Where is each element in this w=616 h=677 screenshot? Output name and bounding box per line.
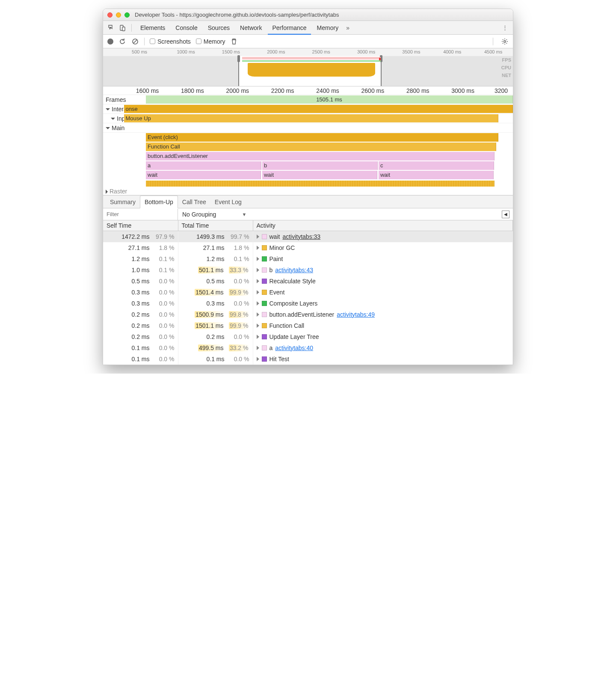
table-row[interactable]: 0.2 ms0.0 % 1500.9 ms99.8 % button.addEv… xyxy=(103,309,513,320)
interactions-row[interactable]: Interactions onse xyxy=(103,104,513,114)
raster-row[interactable]: Raster xyxy=(103,187,513,195)
tick: 500 ms xyxy=(132,49,147,54)
col-self-time[interactable]: Self Time xyxy=(103,220,178,231)
tab-network[interactable]: Network xyxy=(236,21,266,35)
fps-label: FPS xyxy=(501,56,511,64)
perf-toolbar: Screenshots Memory xyxy=(103,35,513,48)
a-bar[interactable]: a xyxy=(146,161,261,170)
fcall-bar[interactable]: Function Call xyxy=(146,143,496,151)
chevron-right-icon[interactable] xyxy=(257,246,259,250)
chevron-right-icon[interactable] xyxy=(257,357,259,361)
reload-icon[interactable] xyxy=(118,38,126,45)
b-bar[interactable]: b xyxy=(262,161,378,170)
overview-body[interactable]: FPS CPU NET xyxy=(103,56,513,86)
tab-elements[interactable]: Elements xyxy=(136,21,169,35)
heaviest-stack-icon[interactable]: ◀ xyxy=(502,211,509,218)
table-row[interactable]: 0.3 ms0.0 % 0.3 ms0.0 % Composite Layers xyxy=(103,298,513,309)
tab-event-log[interactable]: Event Log xyxy=(210,196,246,208)
chevron-right-icon[interactable] xyxy=(257,257,259,261)
tab-call-tree[interactable]: Call Tree xyxy=(178,196,210,208)
source-link[interactable]: activitytabs:43 xyxy=(275,267,313,273)
tab-bottom-up[interactable]: Bottom-Up xyxy=(140,196,178,208)
grouping-label: No Grouping xyxy=(182,211,216,218)
event-bar[interactable]: Event (click) xyxy=(146,133,498,142)
chevron-right-icon[interactable] xyxy=(257,346,259,350)
tab-memory[interactable]: Memory xyxy=(313,21,343,35)
wait-bar[interactable]: wait xyxy=(379,171,494,179)
chevron-down-icon[interactable] xyxy=(111,118,115,120)
screenshots-checkbox[interactable]: Screenshots xyxy=(150,38,191,45)
chevron-right-icon[interactable] xyxy=(257,235,259,239)
clear-icon[interactable] xyxy=(131,38,139,45)
table-row[interactable]: 0.2 ms0.0 % 1501.1 ms99.9 % Function Cal… xyxy=(103,320,513,331)
source-link[interactable]: activitytabs:49 xyxy=(337,311,375,318)
wait-bar[interactable]: wait xyxy=(262,171,377,179)
frame-bar[interactable]: 1505.1 ms xyxy=(146,95,513,104)
table-row[interactable]: 1472.2 ms97.9 % 1499.3 ms99.7 % waitacti… xyxy=(103,231,513,242)
more-tabs-icon[interactable]: » xyxy=(346,24,349,31)
chevron-right-icon[interactable] xyxy=(257,301,259,306)
gear-icon[interactable] xyxy=(501,38,509,45)
input-bar[interactable]: Mouse Up xyxy=(124,114,498,122)
memory-checkbox[interactable]: Memory xyxy=(196,38,225,45)
overview-pane[interactable]: 500 ms 1000 ms 1500 ms 2000 ms 2500 ms 3… xyxy=(103,48,513,86)
close-icon[interactable] xyxy=(107,12,113,18)
main-row[interactable]: Main xyxy=(103,123,513,133)
wait-bar[interactable]: wait xyxy=(146,171,261,179)
tick: 3500 ms xyxy=(402,49,420,54)
source-link[interactable]: activitytabs:40 xyxy=(275,344,313,351)
chevron-right-icon[interactable] xyxy=(257,279,259,283)
listener-bar[interactable]: button.addEventListener xyxy=(146,152,495,160)
table-row[interactable]: 0.2 ms0.0 % 0.2 ms0.0 % Update Layer Tre… xyxy=(103,331,513,342)
chevron-right-icon[interactable] xyxy=(257,312,259,317)
input-row[interactable]: Input Mouse Up xyxy=(103,114,513,123)
gc-bars[interactable] xyxy=(146,181,495,187)
interaction-bar[interactable]: onse xyxy=(124,105,513,113)
table-row[interactable]: 0.3 ms0.0 % 1501.4 ms99.9 % Event xyxy=(103,287,513,298)
table-row[interactable]: 1.2 ms0.1 % 1.2 ms0.1 % Paint xyxy=(103,253,513,264)
tab-console[interactable]: Console xyxy=(171,21,201,35)
record-button[interactable] xyxy=(107,39,113,45)
chevron-right-icon[interactable] xyxy=(106,190,108,194)
table-row[interactable]: 0.1 ms0.0 % 499.5 ms33.2 % aactivitytabs… xyxy=(103,342,513,353)
inspect-icon[interactable] xyxy=(107,23,116,33)
tab-sources[interactable]: Sources xyxy=(204,21,234,35)
activity-name: Event xyxy=(270,289,285,296)
grouping-select[interactable]: No Grouping ▼ xyxy=(178,211,251,218)
stack-row: a b c xyxy=(103,161,513,170)
col-activity[interactable]: Activity xyxy=(253,220,513,231)
minimize-icon[interactable] xyxy=(116,12,121,18)
chevron-down-icon[interactable] xyxy=(106,127,110,129)
table-row[interactable]: 0.5 ms0.0 % 0.5 ms0.0 % Recalculate Styl… xyxy=(103,276,513,287)
chevron-right-icon[interactable] xyxy=(257,290,259,294)
filter-input[interactable] xyxy=(103,209,178,220)
table-row[interactable]: 1.0 ms0.1 % 501.1 ms33.3 % bactivitytabs… xyxy=(103,264,513,276)
overview-dim-right xyxy=(382,56,513,86)
tick: 3000 ms xyxy=(357,49,375,54)
device-icon[interactable] xyxy=(118,23,127,33)
stack-row: Function Call xyxy=(103,142,513,151)
table-row[interactable]: 27.1 ms1.8 % 27.1 ms1.8 % Minor GC xyxy=(103,242,513,253)
kebab-menu-icon[interactable]: ⋮ xyxy=(500,23,509,33)
window-title: Developer Tools - https://googlechrome.g… xyxy=(135,12,339,18)
zoom-icon[interactable] xyxy=(124,12,130,18)
flame-chart[interactable]: 1600 ms 1800 ms 2000 ms 2200 ms 2400 ms … xyxy=(103,86,513,196)
tick: 4000 ms xyxy=(443,49,461,54)
source-link[interactable]: activitytabs:33 xyxy=(282,233,320,240)
c-bar[interactable]: c xyxy=(379,161,494,170)
tab-performance[interactable]: Performance xyxy=(268,21,311,35)
table-row[interactable]: 0.1 ms0.0 % 0.1 ms0.0 % Hit Test xyxy=(103,353,513,365)
chevron-right-icon[interactable] xyxy=(257,335,259,339)
trash-icon[interactable] xyxy=(230,38,238,45)
chevron-right-icon[interactable] xyxy=(257,268,259,272)
col-total-time[interactable]: Total Time xyxy=(178,220,253,231)
frames-row[interactable]: Frames 1505.1 ms xyxy=(103,95,513,104)
overview-selection[interactable] xyxy=(238,56,382,86)
chevron-right-icon[interactable] xyxy=(257,324,259,328)
chevron-down-icon[interactable] xyxy=(106,108,110,110)
checkbox-icon xyxy=(196,39,201,44)
main-label: Main xyxy=(103,125,146,131)
selection-handle-left[interactable] xyxy=(237,55,240,62)
tab-summary[interactable]: Summary xyxy=(106,196,140,208)
color-swatch xyxy=(262,267,267,273)
